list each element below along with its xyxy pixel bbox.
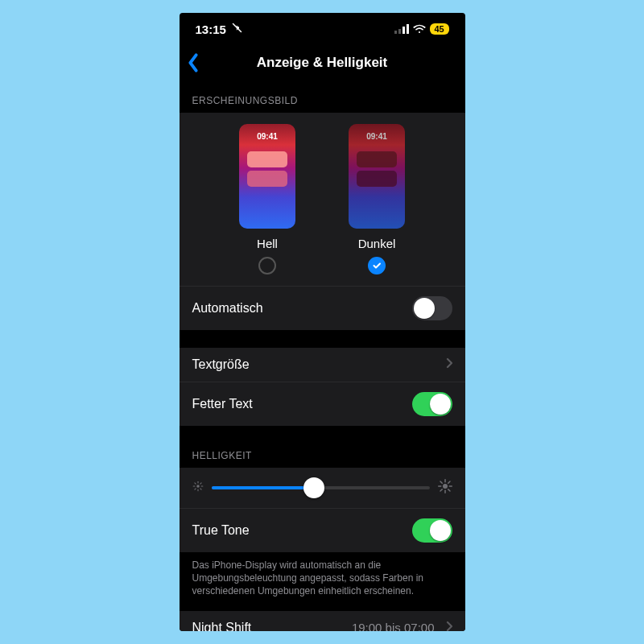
- svg-point-14: [443, 484, 448, 489]
- switch-automatic[interactable]: [412, 296, 452, 320]
- svg-line-22: [448, 481, 449, 483]
- wifi-icon: [413, 23, 426, 36]
- back-button[interactable]: [186, 53, 200, 72]
- section-header-appearance: ERSCHEINUNGSBILD: [180, 80, 465, 113]
- status-time: 13:15: [196, 23, 226, 36]
- automatic-label: Automatisch: [192, 301, 263, 316]
- thumb-time: 09:41: [349, 132, 405, 141]
- appearance-group: 09:41 Hell 09:41 Dunkel: [180, 113, 465, 330]
- appearance-thumb-light: 09:41: [239, 124, 295, 229]
- chevron-right-icon: [446, 357, 452, 372]
- true-tone-footer: Das iPhone-Display wird automatisch an d…: [180, 552, 465, 611]
- row-bold-text: Fetter Text: [180, 382, 465, 426]
- svg-line-12: [194, 489, 195, 489]
- svg-line-10: [194, 483, 195, 484]
- svg-line-20: [448, 489, 449, 491]
- phone-frame: 13:15 45 Anzeige & Helligkeit ERSCHEINUN…: [180, 13, 465, 631]
- sun-large-icon: [438, 479, 452, 497]
- night-shift-group: Night Shift 19:00 bis 07:00: [180, 611, 465, 631]
- svg-rect-1: [398, 29, 401, 34]
- svg-rect-0: [394, 31, 397, 34]
- appearance-label-dark: Dunkel: [358, 237, 396, 250]
- svg-line-21: [440, 489, 442, 491]
- svg-line-11: [200, 489, 200, 489]
- row-text-size[interactable]: Textgröße: [180, 348, 465, 382]
- radio-light[interactable]: [258, 257, 276, 275]
- svg-point-4: [418, 31, 419, 32]
- thumb-widget: [357, 151, 397, 167]
- radio-dark[interactable]: [368, 257, 386, 275]
- night-shift-label: Night Shift: [192, 621, 252, 631]
- thumb-widget: [247, 151, 287, 167]
- row-brightness-slider: [180, 468, 465, 508]
- svg-rect-3: [407, 24, 409, 34]
- nav-bar: Anzeige & Helligkeit: [180, 45, 465, 80]
- text-group: Textgröße Fetter Text: [180, 348, 465, 426]
- brightness-slider[interactable]: [212, 486, 430, 489]
- thumb-widget: [247, 171, 287, 187]
- night-shift-value: 19:00 bis 07:00: [352, 621, 435, 631]
- row-automatic: Automatisch: [180, 286, 465, 330]
- row-night-shift[interactable]: Night Shift 19:00 bis 07:00: [180, 611, 465, 631]
- switch-bold-text[interactable]: [412, 392, 452, 416]
- appearance-label-light: Hell: [257, 237, 278, 250]
- svg-line-19: [440, 481, 442, 483]
- svg-line-13: [200, 483, 200, 484]
- status-bar: 13:15 45: [180, 13, 465, 45]
- chevron-right-icon: [446, 621, 452, 631]
- true-tone-label: True Tone: [192, 523, 250, 538]
- row-true-tone: True Tone: [180, 508, 465, 552]
- page-title: Anzeige & Helligkeit: [257, 55, 387, 71]
- section-header-brightness: HELLIGKEIT: [180, 444, 465, 468]
- svg-point-5: [196, 485, 200, 488]
- thumb-time: 09:41: [239, 132, 295, 141]
- cellular-icon: [394, 23, 409, 36]
- brightness-group: True Tone: [180, 468, 465, 552]
- switch-true-tone[interactable]: [412, 518, 452, 543]
- mute-icon: [231, 22, 243, 36]
- sun-small-icon: [192, 481, 204, 495]
- appearance-thumb-dark: 09:41: [349, 124, 405, 229]
- battery-icon: 45: [430, 23, 449, 35]
- bold-text-label: Fetter Text: [192, 397, 253, 411]
- appearance-option-dark[interactable]: 09:41 Dunkel: [336, 124, 417, 275]
- thumb-widget: [357, 171, 397, 187]
- appearance-option-light[interactable]: 09:41 Hell: [227, 124, 308, 275]
- svg-rect-2: [402, 27, 405, 34]
- appearance-picker: 09:41 Hell 09:41 Dunkel: [180, 113, 465, 286]
- text-size-label: Textgröße: [192, 357, 250, 372]
